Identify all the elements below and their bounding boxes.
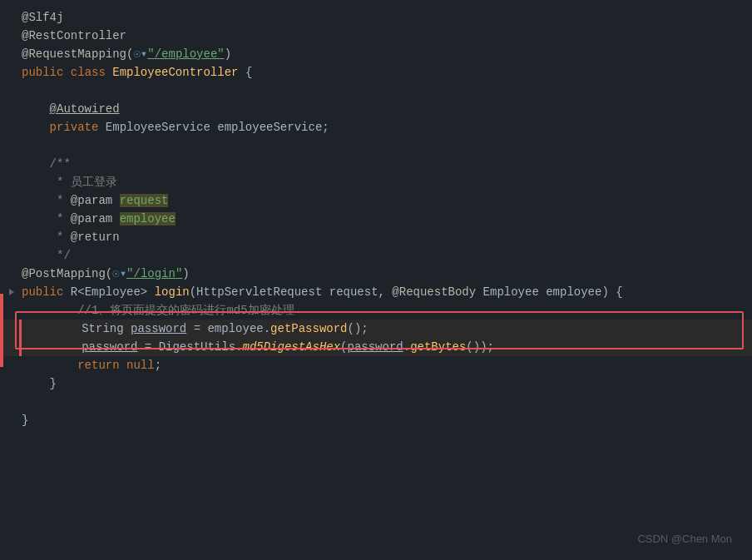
comment: *: [50, 212, 71, 225]
default: [22, 176, 50, 189]
default: ();: [348, 322, 369, 335]
default: [63, 66, 70, 79]
line-content: //1、将页面提交的密码进行md5加密处理: [15, 301, 752, 320]
code-line: @RequestMapping(☉▾"/employee"): [0, 45, 752, 63]
keyword-null: null: [126, 359, 155, 372]
default: [106, 66, 112, 79]
url-string: "/employee": [147, 47, 224, 61]
type: String: [82, 322, 123, 335]
code-line: * @param employee: [0, 210, 752, 228]
default: [22, 157, 50, 171]
default: [120, 359, 126, 372]
annotation: @RequestBody: [392, 285, 476, 299]
default: >: [141, 285, 155, 299]
line-content: return null;: [15, 356, 752, 374]
javadoc-tag: @param: [71, 212, 112, 225]
variable-password: password: [131, 322, 186, 335]
code-line: }: [0, 411, 752, 429]
annotation: @RequestMapping(: [22, 47, 133, 61]
line-content: }: [15, 411, 752, 429]
type: EmployeeService: [106, 121, 210, 134]
method-md5: md5DigestAsHex: [242, 340, 340, 354]
default: [98, 121, 105, 134]
line-content: }: [15, 374, 752, 393]
annotation: @Slf4j: [22, 11, 63, 24]
default: request,: [322, 285, 392, 299]
comment: *: [50, 194, 71, 207]
line-content: password = DigestUtils.md5DigestAsHex(pa…: [19, 338, 752, 356]
default: [22, 249, 50, 262]
default: ;: [155, 359, 161, 372]
default: {: [238, 66, 252, 79]
default: employeeService;: [210, 121, 329, 134]
javadoc-tag: @return: [71, 230, 120, 244]
comment: */: [50, 249, 71, 262]
code-line: }: [0, 374, 752, 393]
default: [26, 322, 82, 335]
line-content: * @return: [15, 228, 752, 246]
param-value: request: [120, 194, 169, 207]
code-line: @PostMapping(☉▾"/login"): [0, 265, 752, 283]
default: ());: [466, 340, 494, 354]
default: }: [22, 377, 57, 390]
default: [22, 194, 50, 207]
annotation: ): [182, 267, 189, 280]
default: [476, 285, 482, 299]
annotation: @Autowired: [50, 102, 120, 116]
annotation: @PostMapping(: [22, 267, 112, 280]
default: }: [22, 414, 28, 427]
keyword: class: [71, 66, 106, 79]
code-line-highlighted: String password = employee.getPassword()…: [0, 320, 752, 338]
line-content: @PostMapping(☉▾"/login"): [15, 265, 752, 283]
code-line: public R<Employee> login(HttpServletRequ…: [0, 283, 752, 301]
code-line: @Autowired: [0, 100, 752, 118]
default: [22, 102, 50, 116]
code-line: //1、将页面提交的密码进行md5加密处理: [0, 301, 752, 320]
code-line: @RestController: [0, 27, 752, 45]
gutter: [8, 283, 15, 301]
type: Employee: [483, 285, 539, 299]
variable-password3: password: [348, 340, 403, 354]
method-call: getPassword: [270, 322, 347, 335]
default: .: [403, 340, 410, 354]
fold-indicator[interactable]: [8, 283, 15, 301]
code-line: return null;: [0, 356, 752, 374]
line-content: @RequestMapping(☉▾"/employee"): [15, 45, 752, 63]
line-content: @Autowired: [15, 100, 752, 118]
default: [124, 322, 131, 335]
code-line: /**: [0, 155, 752, 173]
default: [26, 340, 82, 354]
default: [22, 230, 50, 244]
code-line: [0, 82, 752, 100]
classname: EmployeeController: [112, 66, 238, 79]
code-line: private EmployeeService employeeService;: [0, 118, 752, 136]
annotation: ): [225, 47, 231, 61]
default: (: [340, 340, 347, 354]
comment: *: [50, 230, 71, 244]
code-line-highlighted: password = DigestUtils.md5DigestAsHex(pa…: [0, 338, 752, 356]
keyword: public: [22, 285, 63, 299]
code-line: * @param request: [0, 191, 752, 210]
default: [22, 121, 50, 134]
default: [112, 212, 119, 225]
default: = employee.: [186, 322, 270, 335]
line-content: * @param employee: [15, 210, 752, 228]
line-content: @RestController: [15, 27, 752, 45]
code-line: @Slf4j: [0, 8, 752, 27]
comment-zh: //1、将页面提交的密码进行md5加密处理: [77, 304, 294, 317]
watermark: CSDN @Chen Mon: [637, 533, 732, 545]
line-content: String password = employee.getPassword()…: [19, 320, 752, 338]
default: =: [137, 340, 158, 354]
default: employee) {: [539, 285, 623, 299]
code-line: [0, 393, 752, 411]
annotation-val: ☉▾: [133, 47, 147, 61]
code-line: [0, 136, 752, 155]
code-line: * @return: [0, 228, 752, 246]
line-content: @Slf4j: [15, 8, 752, 27]
line-content: [15, 136, 752, 155]
default: [22, 304, 77, 317]
annotation-val: ☉▾: [112, 267, 126, 280]
line-content: public class EmployeeController {: [15, 63, 752, 82]
javadoc-tag: @param: [71, 194, 112, 207]
code-line: * 员工登录: [0, 173, 752, 191]
